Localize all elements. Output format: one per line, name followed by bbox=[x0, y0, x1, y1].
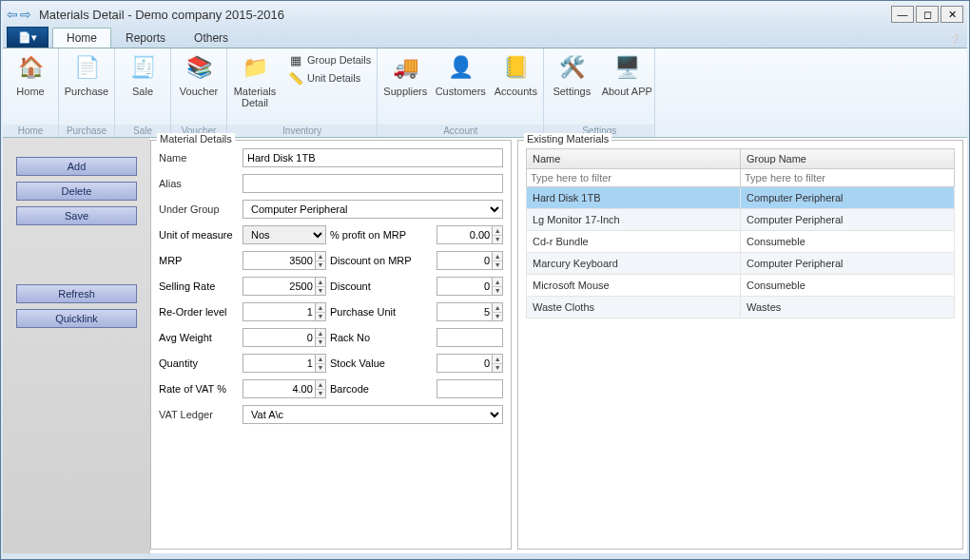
ribbon-about-button[interactable]: 🖥️About APP bbox=[599, 48, 654, 125]
home-icon: 🏠 bbox=[15, 52, 46, 83]
maximize-button[interactable]: ◻ bbox=[916, 6, 939, 23]
ribbon-tabs: 📄▾ Home Reports Others ❔ bbox=[3, 26, 967, 48]
spinner[interactable]: ▲▼ bbox=[492, 354, 503, 373]
label-mrp: MRP bbox=[159, 255, 239, 266]
table-row[interactable]: Waste ClothsWastes bbox=[527, 297, 955, 319]
sidebar: Add Delete Save Refresh Quicklink bbox=[3, 138, 150, 553]
vat-ledger-select[interactable]: Vat A\c bbox=[242, 405, 503, 424]
window-title: Materials Detail - Demo company 2015-201… bbox=[35, 8, 891, 22]
label-reorder: Re-Order level bbox=[159, 306, 239, 318]
ribbon-purchase-button[interactable]: 📄Purchase bbox=[59, 48, 114, 125]
ribbon-group-details-button[interactable]: ▦Group Details bbox=[288, 52, 371, 68]
ribbon-unit-details-button[interactable]: 📏Unit Details bbox=[288, 70, 371, 86]
ribbon-accounts-button[interactable]: 📒Accounts bbox=[488, 48, 543, 125]
stock-value-input[interactable] bbox=[436, 354, 492, 373]
table-row[interactable]: Marcury KeyboardComputer Peripheral bbox=[527, 253, 955, 275]
rate-vat-input[interactable] bbox=[242, 379, 315, 398]
avg-weight-input[interactable] bbox=[242, 328, 315, 347]
discount-input[interactable] bbox=[436, 277, 492, 296]
barcode-input[interactable] bbox=[436, 379, 503, 398]
spinner[interactable]: ▲▼ bbox=[315, 379, 326, 398]
ledger-icon: 📒 bbox=[500, 52, 531, 83]
cell-name: Lg Monitor 17-Inch bbox=[527, 209, 741, 231]
filter-name-input[interactable] bbox=[527, 169, 740, 186]
spinner[interactable]: ▲▼ bbox=[315, 277, 326, 296]
ribbon-customers-button[interactable]: 👤Customers bbox=[433, 48, 488, 125]
spinner[interactable]: ▲▼ bbox=[315, 328, 326, 347]
label-discount: Discount bbox=[330, 280, 433, 292]
cell-group: Consumeble bbox=[741, 231, 955, 253]
existing-materials-panel: Existing Materials Name Group Name Hard … bbox=[517, 140, 963, 550]
table-row[interactable]: Hard Disk 1TBComputer Peripheral bbox=[527, 187, 955, 209]
cell-group: Consumeble bbox=[741, 275, 955, 297]
help-icon[interactable]: ❔ bbox=[946, 33, 961, 48]
ribbon-voucher-button[interactable]: 📚Voucher bbox=[171, 48, 226, 125]
alias-input[interactable] bbox=[242, 174, 503, 193]
uom-select[interactable]: Nos bbox=[242, 225, 326, 244]
cell-group: Computer Peripheral bbox=[741, 187, 955, 209]
selling-rate-input[interactable] bbox=[242, 277, 315, 296]
cell-name: Cd-r Bundle bbox=[527, 231, 741, 253]
label-under-group: Under Group bbox=[159, 203, 239, 215]
spinner[interactable]: ▲▼ bbox=[315, 302, 326, 321]
spinner[interactable]: ▲▼ bbox=[315, 354, 326, 373]
books-icon: 📚 bbox=[184, 52, 214, 83]
tab-reports[interactable]: Reports bbox=[111, 28, 180, 48]
folder-icon: 📁 bbox=[240, 52, 270, 83]
spinner[interactable]: ▲▼ bbox=[492, 251, 503, 270]
ribbon-home-button[interactable]: 🏠Home bbox=[3, 48, 58, 125]
table-row[interactable]: Microsoft MouseConsumeble bbox=[527, 275, 955, 297]
spinner[interactable]: ▲▼ bbox=[315, 251, 326, 270]
spinner[interactable]: ▲▼ bbox=[492, 277, 503, 296]
label-barcode: Barcode bbox=[330, 383, 433, 395]
nav-back-icon[interactable]: ⇦ bbox=[7, 7, 18, 22]
ribbon-settings-button[interactable]: 🛠️Settings bbox=[544, 48, 599, 125]
col-group[interactable]: Group Name bbox=[741, 149, 955, 169]
table-row[interactable]: Cd-r BundleConsumeble bbox=[527, 231, 955, 253]
refresh-button[interactable]: Refresh bbox=[16, 284, 137, 303]
material-details-panel: Material Details Name Alias Under Group … bbox=[150, 140, 512, 550]
minimize-button[interactable]: ― bbox=[891, 6, 914, 23]
ribbon-materials-detail-button[interactable]: 📁Materials Detail bbox=[227, 48, 282, 125]
table-icon: ▦ bbox=[288, 52, 303, 68]
label-name: Name bbox=[159, 152, 239, 164]
spinner[interactable]: ▲▼ bbox=[492, 302, 503, 321]
pct-profit-input[interactable] bbox=[436, 225, 492, 244]
label-pct-profit: % profit on MRP bbox=[330, 229, 433, 241]
label-stock-value: Stock Value bbox=[330, 357, 433, 369]
quantity-input[interactable] bbox=[242, 354, 315, 373]
close-button[interactable]: ✕ bbox=[941, 6, 963, 23]
cell-name: Waste Cloths bbox=[527, 297, 741, 319]
ribbon: 🏠Home Home 📄Purchase Purchase 🧾Sale Sale… bbox=[3, 48, 967, 138]
nav-forward-icon[interactable]: ⇨ bbox=[20, 7, 31, 22]
table-row[interactable]: Lg Monitor 17-InchComputer Peripheral bbox=[527, 209, 955, 231]
save-button[interactable]: Save bbox=[16, 206, 137, 225]
name-input[interactable] bbox=[242, 148, 503, 167]
label-rate-vat: Rate of VAT % bbox=[159, 383, 239, 395]
cell-name: Marcury Keyboard bbox=[527, 253, 741, 275]
app-menu-button[interactable]: 📄▾ bbox=[7, 27, 48, 48]
mrp-input[interactable] bbox=[242, 251, 315, 270]
label-rack-no: Rack No bbox=[330, 332, 433, 343]
under-group-select[interactable]: Computer Peripheral bbox=[242, 200, 503, 219]
cell-group: Computer Peripheral bbox=[741, 253, 955, 275]
ribbon-sale-button[interactable]: 🧾Sale bbox=[115, 48, 170, 125]
material-details-legend: Material Details bbox=[157, 133, 235, 145]
tab-others[interactable]: Others bbox=[180, 28, 242, 48]
add-button[interactable]: Add bbox=[16, 157, 137, 176]
ribbon-suppliers-button[interactable]: 🚚Suppliers bbox=[378, 48, 433, 125]
tab-home[interactable]: Home bbox=[52, 28, 111, 48]
spinner[interactable]: ▲▼ bbox=[492, 225, 503, 244]
filter-group-input[interactable] bbox=[741, 169, 954, 186]
cell-name: Microsoft Mouse bbox=[527, 275, 741, 297]
reorder-input[interactable] bbox=[242, 302, 315, 321]
col-name[interactable]: Name bbox=[527, 149, 741, 169]
rack-no-input[interactable] bbox=[436, 328, 503, 347]
purchase-unit-input[interactable] bbox=[436, 302, 492, 321]
discount-mrp-input[interactable] bbox=[436, 251, 492, 270]
quicklink-button[interactable]: Quicklink bbox=[16, 309, 137, 328]
label-avg-weight: Avg Weight bbox=[159, 332, 239, 343]
existing-materials-legend: Existing Materials bbox=[524, 133, 611, 145]
cell-name: Hard Disk 1TB bbox=[527, 187, 741, 209]
delete-button[interactable]: Delete bbox=[16, 182, 137, 201]
